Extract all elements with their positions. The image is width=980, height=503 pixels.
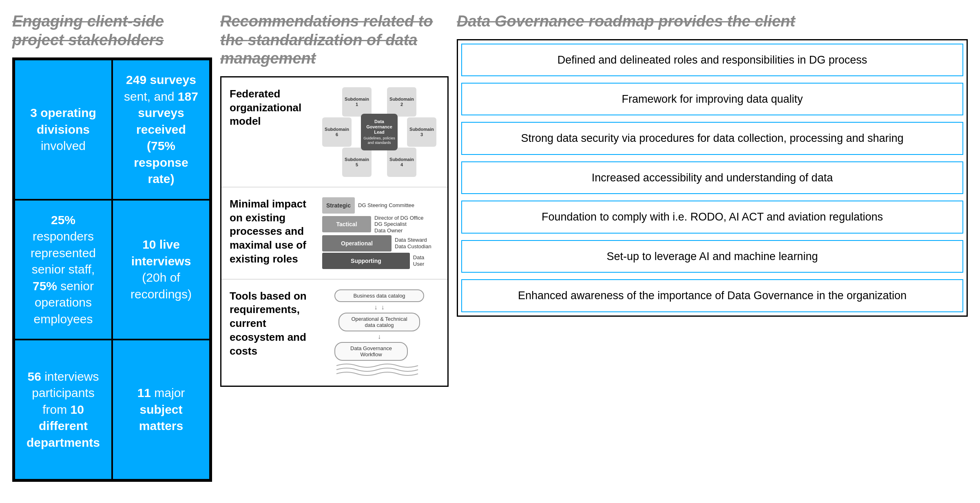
main-container: Engaging client-side project stakeholder… [12,12,968,482]
rec-section-tools: Tools based on requirements, current eco… [221,280,447,386]
subdomain-6: Subdomain6 [322,117,352,147]
pyramid-tactical-roles: Director of DG OfficeDG SpecialistData O… [374,215,423,234]
pyramid-strategic-roles: DG Steering Committee [358,202,414,209]
col3-title: Data Governance roadmap provides the cli… [457,12,968,31]
stat-responders: 25% responders represented senior staff,… [15,201,111,339]
tool-arrow-2: ↓ [378,333,381,340]
subdomain-5: Subdomain5 [342,148,372,177]
subdomain-3: Subdomain3 [407,117,436,147]
tools-label: Tools based on requirements, current eco… [230,289,311,358]
pyramid-label: Minimal impact on existing processes and… [230,197,311,266]
benefit-6: Set-up to leverage AI and machine learni… [461,240,963,273]
pyramid-strategic: Strategic [322,197,355,214]
pyramid-supporting: Supporting [322,253,410,269]
benefit-7: Enhanced awareness of the importance of … [461,279,963,312]
dg-lead-center: Data Governance Lead Guidelines, policie… [361,114,398,150]
tool-workflow-waves: Data Governance Workflow [334,342,424,376]
tools-visual: Business data catalog ↓ ↓ Operational & … [319,289,439,376]
tools-diagram: Business data catalog ↓ ↓ Operational & … [326,289,432,376]
pyramid-row-operational: Operational Data StewardData Custodian [322,235,436,252]
benefit-5: Foundation to comply with i.e. RODO, AI … [461,201,963,233]
stats-grid: 3 operatingdivisionsinvolved 249 surveys… [12,57,212,482]
tool-arrow-1: ↓ ↓ [374,304,385,311]
stat-operating-divisions: 3 operatingdivisionsinvolved [15,60,111,199]
federated-label: Federated organizational model [230,87,311,128]
workflow-wave-svg [334,362,420,376]
col2-title-line2: standardization of data management [220,31,417,67]
stat-interviews: 10 live interviews (20h of recordings) [113,201,209,339]
pyramid-row-tactical: Tactical Director of DG OfficeDG Special… [322,215,436,234]
pyramid-visual: Strategic DG Steering Committee Tactical… [319,197,439,269]
tool-business-catalog: Business data catalog [334,289,424,302]
stat-surveys: 249 surveys sent, and 187 surveys receiv… [113,60,209,199]
stat-participants: 56 interviews participants from 10 diffe… [15,340,111,479]
col2-title: Recommendations related to the standardi… [220,12,449,68]
pyramid-supporting-roles: Data User [413,254,436,267]
recommendations-box: Federated organizational model Data Gove… [220,76,449,387]
pyramid-diagram: Strategic DG Steering Committee Tactical… [322,197,436,269]
benefits-box: Defined and delineated roles and respons… [457,39,968,317]
pyramid-operational-roles: Data StewardData Custodian [395,237,431,249]
pyramid-tactical: Tactical [322,216,371,232]
column-2: Recommendations related to the standardi… [220,12,449,482]
tool-operational-catalog: Operational & Technical data catalog [338,313,420,331]
subdomain-4: Subdomain4 [387,148,416,177]
benefit-3: Strong data security via procedures for … [461,122,963,154]
col3-title-line1: Data Governance roadmap [457,13,654,30]
pyramid-operational: Operational [322,235,392,252]
pyramid-row-strategic: Strategic DG Steering Committee [322,197,436,214]
column-1: Engaging client-side project stakeholder… [12,12,212,482]
benefit-4: Increased accessibility and understandin… [461,161,963,194]
stat-subject-matters: 11 major subject matters [113,340,209,479]
tool-dg-workflow: Data Governance Workflow [334,342,408,361]
column-3: Data Governance roadmap provides the cli… [457,12,968,482]
col1-title-line1: Engaging client-side [12,12,212,31]
subdomain-1: Subdomain1 [342,87,372,117]
benefit-1: Defined and delineated roles and respons… [461,44,963,76]
federated-visual: Data Governance Lead Guidelines, policie… [319,87,439,177]
subdomain-2: Subdomain2 [387,87,416,117]
col1-title-line2: project stakeholders [12,31,212,50]
col3-title-line2: provides the client [658,13,795,30]
benefit-2: Framework for improving data quality [461,83,963,115]
pyramid-row-supporting: Supporting Data User [322,253,436,269]
federated-diagram: Data Governance Lead Guidelines, policie… [322,87,436,177]
col1-title: Engaging client-side project stakeholder… [12,12,212,49]
rec-section-federated: Federated organizational model Data Gove… [221,77,447,188]
rec-section-pyramid: Minimal impact on existing processes and… [221,188,447,280]
